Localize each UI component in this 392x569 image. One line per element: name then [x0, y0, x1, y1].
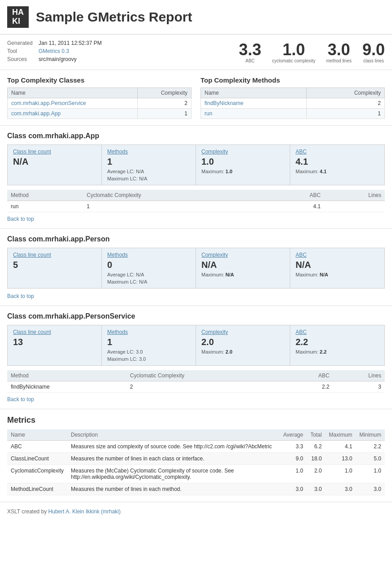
back-to-top-link[interactable]: Back to top [7, 216, 385, 222]
stat-card-label[interactable]: Methods [107, 252, 190, 258]
class-link[interactable]: com.mrhaki.app.App [11, 110, 61, 117]
col-header: Minimum [356, 429, 385, 441]
top-methods-data-table: NameComplexity findByNickname2run1 [200, 88, 385, 119]
stat-card-value: 13 [13, 337, 96, 347]
col-header: Average [279, 429, 306, 441]
stat-card: ABC4.1Maximum: 4.1 [290, 145, 384, 185]
metric-label: method lines [326, 58, 352, 64]
class-complexity: 2 [137, 98, 191, 109]
stat-card-sub: Maximum LC: N/A [107, 279, 190, 284]
stat-card-value: 1 [107, 157, 190, 167]
stat-card: Class line count5 [8, 248, 102, 288]
metric-minimum: 1.0 [356, 465, 385, 483]
stat-card-label[interactable]: Complexity [201, 149, 284, 155]
method-cyclomatic: 1 [83, 201, 269, 212]
method-lines [324, 201, 385, 212]
class-name: com.mrhaki.app.PersonService [8, 98, 138, 109]
metrics-title: Metrics [7, 416, 385, 425]
stat-card-label[interactable]: Class line count [13, 149, 96, 155]
metric-average: 1.0 [279, 465, 306, 483]
stat-card-label[interactable]: Complexity [201, 329, 284, 335]
method-row: run 1 4.1 [7, 201, 385, 212]
page-title: Sample GMetrics Report [36, 9, 192, 25]
top-classes-title: Top Complexity Classes [7, 76, 192, 84]
col-header: Maximum [325, 429, 356, 441]
table-row: com.mrhaki.app.PersonService2 [8, 98, 192, 109]
stat-card-sub: Maximum: N/A [296, 272, 379, 277]
stat-card: ComplexityN/AMaximum: N/A [196, 248, 290, 288]
meta-sources-value: src/main/groovy [39, 56, 77, 62]
method-name: run [201, 109, 307, 119]
summary-metric: 1.0cyclomatic complexity [272, 42, 316, 64]
stat-card-label[interactable]: ABC [296, 149, 379, 155]
meta-generated-value: Jan 11, 2011 12:52:37 PM [39, 40, 102, 46]
method-cyclomatic: 2 [126, 381, 286, 393]
meta-sources-label: Sources [7, 56, 39, 62]
class-title: Class com.mrhaki.app.Person [7, 235, 385, 243]
method-link[interactable]: findByNickname [205, 100, 244, 106]
back-to-top-link[interactable]: Back to top [7, 293, 385, 299]
metric-average: 3.0 [279, 483, 306, 495]
stat-card-label[interactable]: Methods [107, 329, 190, 335]
stat-card: Complexity2.0Maximum: 2.0 [196, 325, 290, 365]
metric-number: 3.0 [326, 42, 352, 58]
stat-card: Class line countN/A [8, 145, 102, 185]
class-link[interactable]: com.mrhaki.app.PersonService [11, 100, 86, 106]
col-header: Total [307, 429, 325, 441]
metric-name: ClassLineCount [7, 453, 67, 465]
top-tables-section: Top Complexity Classes NameComplexity co… [0, 70, 392, 126]
summary-metrics: 3.3ABC1.0cyclomatic complexity3.0method … [239, 40, 385, 64]
metrics-section: Metrics NameDescriptionAverageTotalMaxim… [0, 409, 392, 502]
stat-card-sub-val: N/A [226, 272, 234, 277]
footer: XSLT created by Hubert A. Klein Ikkink (… [0, 502, 392, 521]
metric-minimum: 5.0 [356, 453, 385, 465]
metric-total: 6.2 [307, 441, 325, 453]
back-to-top-link[interactable]: Back to top [7, 396, 385, 403]
metric-name: CyclomaticComplexity [7, 465, 67, 483]
stat-card-sub-val: N/A [320, 272, 328, 277]
stat-card-value: N/A [296, 260, 379, 270]
method-col-header: Lines [333, 370, 385, 381]
class-title: Class com.mrhaki.app.App [7, 132, 385, 140]
stat-card-sub: Average LC: 3.0 [107, 349, 190, 355]
stat-card-label[interactable]: Class line count [13, 252, 96, 258]
metric-total: 18.0 [307, 453, 325, 465]
logo-line1: HA [12, 8, 24, 17]
col-header: Name [201, 88, 307, 98]
top-classes-data-table: NameComplexity com.mrhaki.app.PersonServ… [7, 88, 192, 119]
stat-card-value: 5 [13, 260, 96, 270]
stat-card-value: 2.0 [201, 337, 284, 347]
stat-card: Methods1Average LC: N/AMaximum LC: N/A [102, 145, 196, 185]
stat-card: Complexity1.0Maximum: 1.0 [196, 145, 290, 185]
stat-card-label[interactable]: ABC [296, 329, 379, 335]
stat-card: Methods0Average LC: N/AMaximum LC: N/A [102, 248, 196, 288]
method-link[interactable]: run [205, 110, 212, 117]
stat-card-value: 2.2 [296, 337, 379, 347]
stat-card-label[interactable]: Class line count [13, 329, 96, 335]
method-table: MethodCyclomatic ComplexityABCLines find… [7, 370, 385, 393]
stat-cards: Class line count13Methods1Average LC: 3.… [7, 325, 385, 366]
stat-card-value: N/A [201, 260, 284, 270]
stat-card-sub: Maximum: 1.0 [201, 169, 284, 174]
method-abc: 4.1 [269, 201, 324, 212]
stat-card-label[interactable]: ABC [296, 252, 379, 258]
metric-maximum: 13.0 [325, 453, 356, 465]
stat-card-label[interactable]: Complexity [201, 252, 284, 258]
col-header: Complexity [307, 88, 385, 98]
table-row: findByNickname2 [201, 98, 385, 109]
metric-name: ABC [7, 441, 67, 453]
class-sections: Class com.mrhaki.app.AppClass line count… [0, 126, 392, 409]
footer-link[interactable]: Hubert A. Klein Ikkink (mrhaki) [48, 508, 121, 515]
method-row: findByNickname 2 2.2 3 [7, 381, 385, 393]
footer-text: XSLT created by [7, 508, 48, 515]
stat-card-value: 0 [107, 260, 190, 270]
stat-card-label[interactable]: Methods [107, 149, 190, 155]
meta-tool-link[interactable]: GMetrics 0.3 [39, 48, 69, 54]
stat-card-sub: Average LC: N/A [107, 272, 190, 277]
meta-sources-row: Sources src/main/groovy [7, 56, 239, 62]
method-complexity: 2 [307, 98, 385, 109]
method-col-header: Cyclomatic Complexity [83, 190, 269, 201]
method-col-header: ABC [286, 370, 333, 381]
method-col-header: Cyclomatic Complexity [126, 370, 286, 381]
metric-maximum: 4.1 [325, 441, 356, 453]
